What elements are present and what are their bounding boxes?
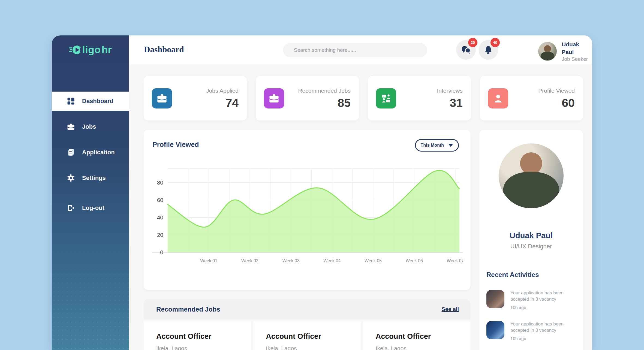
stat-card-profile-viewed: Profile Viewed 60 bbox=[480, 76, 583, 120]
stat-card-interviews: Interviews 31 bbox=[368, 76, 471, 120]
section-title: Recommended Jobs bbox=[156, 306, 220, 313]
bell-icon bbox=[484, 45, 493, 55]
sidebar-item-dashboard[interactable]: Dashboard bbox=[52, 92, 129, 111]
app-window: Dashboard 20 40 Uduak Paul Job Seeker bbox=[52, 35, 592, 350]
user-role: Job Seeker bbox=[562, 56, 592, 62]
main-content: Jobs Applied 74 Recommended Jobs 85 bbox=[129, 64, 592, 350]
search-input[interactable] bbox=[283, 43, 427, 57]
activity-thumbnail bbox=[486, 290, 504, 308]
job-title: Account Officer bbox=[156, 332, 251, 341]
stat-value: 60 bbox=[562, 96, 575, 110]
logo-text: ligo bbox=[82, 44, 101, 56]
activity-item[interactable]: Your application has been accepted in 3 … bbox=[486, 290, 576, 310]
notifications-badge: 40 bbox=[490, 38, 500, 47]
recommended-jobs-header: Recommended Jobs See all bbox=[144, 299, 470, 319]
activity-text: Your application has been accepted in 3 … bbox=[510, 321, 576, 334]
stat-label: Profile Viewed bbox=[538, 87, 575, 94]
recommended-jobs-cards: Account Officer Ikeja, Lagos Account Off… bbox=[144, 321, 470, 350]
activity-text: Your application has been accepted in 3 … bbox=[510, 290, 576, 303]
activity-time: 10h ago bbox=[510, 305, 576, 310]
sidebar-item-jobs[interactable]: Jobs bbox=[52, 117, 129, 136]
stat-label: Recommended Jobs bbox=[298, 87, 351, 94]
person-icon bbox=[488, 88, 508, 108]
gear-icon bbox=[67, 174, 75, 182]
briefcase-icon bbox=[67, 123, 75, 131]
logo-play-icon bbox=[69, 44, 82, 56]
user-name: Uduak Paul bbox=[562, 41, 592, 56]
activity-item[interactable]: Your application has been accepted in 3 … bbox=[486, 321, 576, 341]
job-location: Ikeja, Lagos bbox=[266, 345, 360, 350]
svg-text:80: 80 bbox=[157, 179, 163, 186]
sidebar-item-logout[interactable]: Log-out bbox=[52, 198, 129, 218]
svg-text:60: 60 bbox=[157, 197, 163, 203]
recommended-jobs-section: Recommended Jobs See all Account Officer… bbox=[144, 299, 470, 350]
stat-value: 85 bbox=[338, 96, 351, 110]
sidebar-item-application[interactable]: Application bbox=[52, 143, 129, 162]
sidebar-item-label: Settings bbox=[82, 174, 106, 182]
stats-row: Jobs Applied 74 Recommended Jobs 85 bbox=[144, 76, 583, 120]
svg-text:Week 06: Week 06 bbox=[406, 258, 423, 263]
job-card[interactable]: Account Officer Ikeja, Lagos bbox=[253, 321, 360, 350]
job-location: Ikeja, Lagos bbox=[156, 345, 251, 350]
chart-title: Profile Viewed bbox=[152, 141, 199, 149]
profile-role: UI/UX Designer bbox=[479, 243, 583, 250]
sidebar-item-settings[interactable]: Settings bbox=[52, 168, 129, 188]
sidebar: ligohr Dashboard Jobs bbox=[52, 35, 129, 350]
sidebar-nav: Dashboard Jobs Application bbox=[52, 92, 129, 218]
svg-text:Week 07: Week 07 bbox=[447, 258, 463, 263]
interview-icon bbox=[376, 88, 396, 108]
notifications-button[interactable]: 40 bbox=[479, 40, 498, 60]
job-title: Account Officer bbox=[376, 332, 470, 341]
stat-card-recommended-jobs: Recommended Jobs 85 bbox=[256, 76, 359, 120]
user-menu[interactable]: Uduak Paul Job Seeker bbox=[538, 41, 592, 62]
svg-text:40: 40 bbox=[157, 214, 163, 221]
profile-viewed-chart-card: Profile Viewed This Month 020406080Week … bbox=[144, 130, 470, 290]
job-location: Ikeja, Lagos bbox=[376, 345, 470, 350]
profile-panel: Uduak Paul UI/UX Designer Recent Activit… bbox=[479, 130, 583, 350]
app-logo: ligohr bbox=[52, 35, 129, 64]
svg-text:0: 0 bbox=[160, 249, 163, 255]
logout-icon bbox=[67, 204, 75, 212]
stat-value: 31 bbox=[450, 96, 463, 110]
see-all-link[interactable]: See all bbox=[442, 306, 459, 312]
messages-button[interactable]: 20 bbox=[456, 40, 476, 60]
sidebar-item-label: Dashboard bbox=[82, 98, 113, 105]
profile-viewed-area-chart: 020406080Week 01Week 02Week 03Week 04Wee… bbox=[152, 165, 463, 280]
sidebar-item-label: Application bbox=[82, 149, 115, 156]
job-card[interactable]: Account Officer Ikeja, Lagos bbox=[363, 321, 470, 350]
stat-label: Jobs Applied bbox=[206, 87, 239, 94]
briefcase-icon bbox=[264, 88, 284, 108]
messages-badge: 20 bbox=[468, 38, 477, 47]
activity-time: 10h ago bbox=[510, 336, 576, 341]
job-title: Account Officer bbox=[266, 332, 360, 341]
stat-card-jobs-applied: Jobs Applied 74 bbox=[144, 76, 247, 120]
logo-suffix: hr bbox=[101, 44, 112, 56]
profile-name: Uduak Paul bbox=[479, 231, 583, 240]
chat-icon bbox=[461, 45, 471, 55]
document-icon bbox=[67, 148, 75, 156]
stat-value: 74 bbox=[225, 96, 239, 110]
svg-text:Week 02: Week 02 bbox=[241, 258, 258, 263]
activity-thumbnail bbox=[486, 321, 504, 339]
svg-text:Week 04: Week 04 bbox=[323, 258, 341, 263]
dashboard-grid-icon bbox=[67, 97, 75, 105]
briefcase-icon bbox=[152, 88, 172, 108]
svg-text:Week 05: Week 05 bbox=[365, 258, 382, 263]
stat-label: Interviews bbox=[437, 87, 463, 94]
chevron-down-icon bbox=[448, 144, 453, 147]
sidebar-item-label: Log-out bbox=[82, 204, 104, 212]
svg-text:20: 20 bbox=[157, 232, 163, 238]
profile-photo bbox=[499, 143, 564, 208]
recent-activities-title: Recent Activities bbox=[486, 271, 539, 279]
page-title: Dashboard bbox=[144, 45, 184, 55]
svg-text:Week 01: Week 01 bbox=[200, 258, 217, 263]
user-avatar bbox=[538, 42, 557, 61]
chart-period-dropdown[interactable]: This Month bbox=[415, 139, 459, 152]
sidebar-item-label: Jobs bbox=[82, 123, 96, 130]
job-card[interactable]: Account Officer Ikeja, Lagos bbox=[144, 321, 251, 350]
svg-text:Week 03: Week 03 bbox=[282, 258, 300, 263]
top-header: Dashboard 20 40 Uduak Paul Job Seeker bbox=[129, 35, 592, 64]
chart-period-value: This Month bbox=[421, 143, 444, 148]
